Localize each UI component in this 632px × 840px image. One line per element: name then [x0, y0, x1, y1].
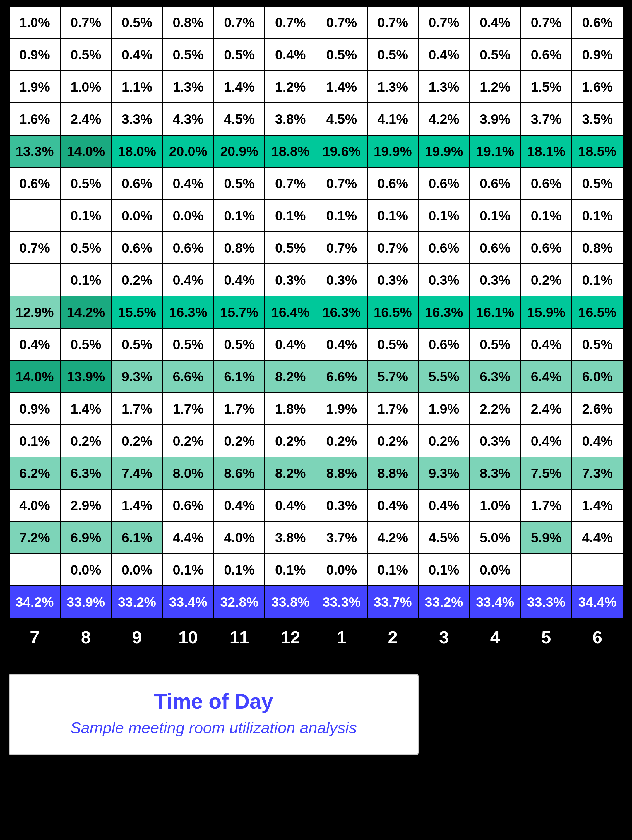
table-cell: 33.3%: [521, 586, 572, 618]
table-cell: 4.3%: [163, 103, 214, 135]
table-cell: 18.1%: [521, 135, 572, 167]
table-cell: 0.4%: [418, 39, 469, 71]
table-cell: 0.1%: [214, 200, 265, 232]
table-cell: 0.3%: [316, 264, 367, 296]
table-cell: 0.3%: [469, 425, 521, 457]
table-cell: 4.5%: [316, 103, 367, 135]
table-cell: 0.9%: [9, 393, 60, 425]
table-cell: 0.1%: [572, 200, 623, 232]
table-cell: 19.1%: [469, 135, 521, 167]
table-cell: 0.1%: [316, 200, 367, 232]
table-cell: 0.6%: [367, 167, 418, 200]
table-cell: 0.6%: [112, 167, 163, 200]
table-cell: 7.4%: [112, 457, 163, 489]
table-cell: 0.5%: [469, 328, 521, 361]
table-cell: 1.6%: [9, 103, 60, 135]
table-cell: 16.1%: [469, 296, 521, 328]
table-cell: 1.9%: [316, 393, 367, 425]
table-cell: 0.4%: [265, 39, 316, 71]
table-cell: 0.1%: [9, 425, 60, 457]
table-cell: 33.2%: [112, 586, 163, 618]
table-cell: 4.1%: [367, 103, 418, 135]
table-cell: 33.9%: [60, 586, 112, 618]
table-cell: 3.5%: [572, 103, 623, 135]
table-cell: 0.8%: [572, 232, 623, 264]
table-cell: 0.2%: [418, 425, 469, 457]
table-cell: 0.7%: [418, 6, 469, 39]
table-cell: 0.1%: [60, 200, 112, 232]
table-cell: 0.4%: [418, 489, 469, 521]
table-cell: 0.6%: [112, 232, 163, 264]
table-cell: 16.3%: [163, 296, 214, 328]
table-cell: 0.0%: [112, 200, 163, 232]
table-cell: 0.2%: [214, 425, 265, 457]
table-cell: 1.1%: [112, 71, 163, 103]
table-cell: 0.5%: [214, 328, 265, 361]
table-cell: 9.3%: [112, 361, 163, 393]
table-cell: 34.4%: [572, 586, 623, 618]
table-cell: 32.8%: [214, 586, 265, 618]
table-cell: 0.4%: [214, 489, 265, 521]
table-cell: 0.6%: [521, 232, 572, 264]
table-cell: 6.2%: [9, 457, 60, 489]
table-cell: 1.3%: [367, 71, 418, 103]
table-cell: [521, 554, 572, 586]
table-cell: 0.3%: [265, 264, 316, 296]
table-cell: 1.2%: [265, 71, 316, 103]
table-cell: 0.5%: [163, 328, 214, 361]
table-cell: 0.0%: [163, 200, 214, 232]
table-cell: 0.0%: [316, 554, 367, 586]
table-cell: 0.6%: [163, 232, 214, 264]
table-cell: 0.6%: [418, 232, 469, 264]
table-row: 0.1%0.0%0.0%0.1%0.1%0.1%0.1%0.1%0.1%0.1%…: [9, 200, 623, 232]
hour-label: 8: [60, 618, 112, 656]
table-cell: 3.8%: [265, 521, 316, 554]
table-cell: 4.4%: [572, 521, 623, 554]
table-cell: 33.8%: [265, 586, 316, 618]
table-cell: 0.6%: [572, 6, 623, 39]
table-cell: 2.4%: [521, 393, 572, 425]
table-cell: 33.2%: [418, 586, 469, 618]
table-cell: 13.3%: [9, 135, 60, 167]
table-cell: 0.5%: [60, 167, 112, 200]
table-cell: 0.7%: [214, 6, 265, 39]
table-cell: 7.3%: [572, 457, 623, 489]
table-row: 34.2%33.9%33.2%33.4%32.8%33.8%33.3%33.7%…: [9, 586, 623, 618]
table-cell: 0.3%: [367, 264, 418, 296]
table-cell: 0.7%: [367, 232, 418, 264]
table-cell: 0.1%: [572, 264, 623, 296]
table-cell: 0.6%: [469, 167, 521, 200]
table-cell: 1.4%: [214, 71, 265, 103]
table-cell: 4.5%: [214, 103, 265, 135]
table-cell: 13.9%: [60, 361, 112, 393]
table-cell: 0.1%: [367, 200, 418, 232]
table-cell: 14.2%: [60, 296, 112, 328]
table-cell: 4.2%: [418, 103, 469, 135]
table-row: 7.2%6.9%6.1%4.4%4.0%3.8%3.7%4.2%4.5%5.0%…: [9, 521, 623, 554]
table-cell: 2.2%: [469, 393, 521, 425]
table-cell: 0.7%: [265, 167, 316, 200]
table-cell: 2.9%: [60, 489, 112, 521]
table-cell: 0.2%: [316, 425, 367, 457]
table-cell: 1.0%: [60, 71, 112, 103]
table-cell: 0.5%: [214, 39, 265, 71]
table-cell: 0.4%: [163, 167, 214, 200]
table-cell: 0.5%: [367, 328, 418, 361]
table-cell: 6.0%: [572, 361, 623, 393]
data-table: 1.0%0.7%0.5%0.8%0.7%0.7%0.7%0.7%0.7%0.4%…: [9, 6, 624, 656]
table-cell: 1.4%: [112, 489, 163, 521]
table-cell: 9.3%: [418, 457, 469, 489]
table-cell: 4.4%: [163, 521, 214, 554]
hour-label: 10: [163, 618, 214, 656]
table-cell: 20.0%: [163, 135, 214, 167]
table-cell: 0.7%: [265, 6, 316, 39]
table-cell: 8.8%: [367, 457, 418, 489]
table-row: 13.3%14.0%18.0%20.0%20.9%18.8%19.6%19.9%…: [9, 135, 623, 167]
table-cell: 0.5%: [316, 39, 367, 71]
table-cell: 6.4%: [521, 361, 572, 393]
table-row: 1.9%1.0%1.1%1.3%1.4%1.2%1.4%1.3%1.3%1.2%…: [9, 71, 623, 103]
table-cell: 33.4%: [163, 586, 214, 618]
table-cell: 19.9%: [418, 135, 469, 167]
caption-title: Time of Day: [33, 689, 394, 713]
table-cell: [572, 554, 623, 586]
